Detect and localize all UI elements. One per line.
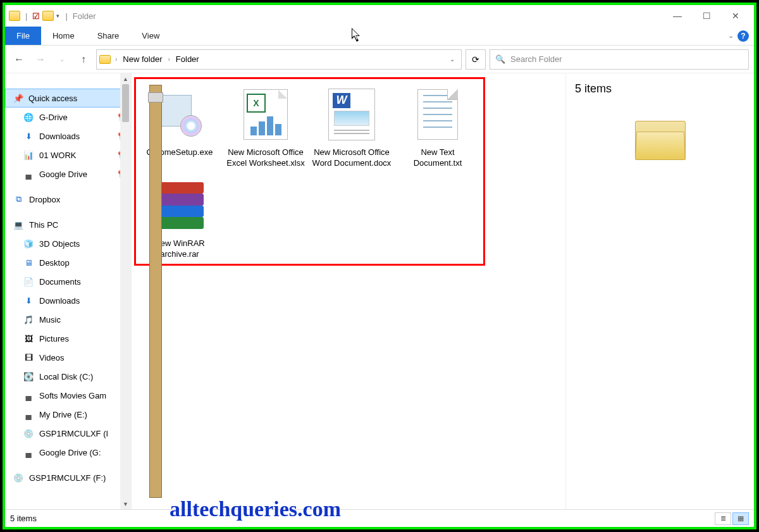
file-grid: ChromeSetup.exe X New Microsoft Office E… — [140, 83, 479, 260]
file-item-rar[interactable]: New WinRAR archive.rar — [140, 174, 219, 260]
sidebar-label: GSP1RMCULXF (I — [39, 429, 108, 438]
file-list-area[interactable]: ChromeSetup.exe X New Microsoft Office E… — [132, 73, 565, 509]
sidebar-item[interactable]: ▄Softs Movies Gam — [5, 386, 131, 405]
scroll-down-icon[interactable]: ▼ — [120, 498, 131, 509]
dvd-icon: 💿 — [13, 472, 24, 483]
titlebar: | ☑ ▾ | Folder — ☐ ✕ — [5, 5, 754, 27]
sidebar-item[interactable]: ▄My Drive (E:) — [5, 405, 131, 424]
disk-icon: 💽 — [23, 371, 34, 382]
breadcrumb-segment[interactable]: New folder — [121, 54, 163, 64]
address-history-dropdown-icon[interactable]: ⌄ — [446, 56, 459, 63]
ribbon-tab-home[interactable]: Home — [41, 27, 86, 45]
window-folder-icon — [9, 11, 20, 21]
sidebar-label: 3D Objects — [39, 239, 80, 249]
file-item-excel[interactable]: X New Microsoft Office Excel Worksheet.x… — [226, 83, 305, 169]
sidebar-label: Local Disk (C:) — [39, 372, 93, 381]
disk-icon: ▄ — [23, 409, 34, 420]
pictures-icon: 🖼 — [23, 333, 34, 344]
sidebar-label: Downloads — [39, 132, 80, 141]
ribbon-tabs: File Home Share View ⌄ ? — [5, 27, 754, 46]
address-folder-icon — [99, 55, 111, 64]
search-icon: 🔍 — [495, 54, 505, 64]
sidebar-item[interactable]: 🖼Pictures — [5, 329, 131, 348]
dropbox-icon: ⧉ — [13, 194, 24, 205]
videos-icon: 🎞 — [23, 352, 34, 363]
sidebar-item[interactable]: 💿GSP1RMCULXF (I — [5, 424, 131, 443]
forward-button[interactable]: → — [32, 51, 49, 68]
sidebar-label: Videos — [39, 353, 65, 362]
up-button[interactable]: ↑ — [75, 51, 92, 68]
sidebar-scrollbar[interactable]: ▲ ▼ — [120, 73, 131, 509]
sidebar-label: Dropbox — [29, 195, 60, 204]
sidebar-this-pc[interactable]: 💻 This PC — [5, 215, 131, 234]
back-button[interactable]: ← — [10, 51, 28, 68]
sidebar-label: Music — [39, 315, 61, 325]
sidebar-item[interactable]: ⬇ Downloads 📍 — [5, 127, 131, 145]
preview-folder-icon — [635, 121, 686, 160]
music-icon: 🎵 — [23, 314, 34, 325]
explorer-window: | ☑ ▾ | Folder — ☐ ✕ File Home Share Vie… — [5, 5, 754, 527]
qat-checkbox-icon[interactable]: ☑ — [30, 9, 42, 22]
breadcrumb-separator-icon[interactable]: › — [166, 56, 171, 63]
ribbon-tab-view[interactable]: View — [130, 27, 171, 45]
scroll-up-icon[interactable]: ▲ — [120, 73, 131, 84]
sidebar-dropbox[interactable]: ⧉ Dropbox — [5, 190, 131, 209]
ribbon-tab-share[interactable]: Share — [86, 27, 131, 45]
sidebar-item[interactable]: ⬇Downloads — [5, 291, 131, 310]
refresh-button[interactable]: ⟳ — [466, 49, 486, 70]
file-item-word[interactable]: W New Microsoft Office Word Document.doc… — [312, 83, 392, 169]
sidebar-quick-access[interactable]: 📌 Quick access — [5, 89, 131, 108]
help-icon[interactable]: ? — [737, 30, 749, 42]
sidebar-item[interactable]: 🧊3D Objects — [5, 234, 131, 253]
sidebar-item[interactable]: 🎵Music — [5, 310, 131, 329]
qat-dropdown-icon[interactable]: ▾ — [56, 13, 63, 19]
sidebar-item[interactable]: 🌐 G-Drive 📍 — [5, 108, 131, 127]
scrollbar-thumb[interactable] — [122, 84, 129, 122]
sidebar-label: GSP1RMCULXF (F:) — [29, 473, 106, 483]
sidebar-item[interactable]: 📄Documents — [5, 272, 131, 291]
qat-folder-icon[interactable] — [42, 11, 54, 21]
sidebar-item[interactable]: 🎞Videos — [5, 348, 131, 367]
sidebar-label: Downloads — [39, 296, 80, 306]
navigation-pane: 📌 Quick access 🌐 G-Drive 📍 ⬇ Downloads 📍… — [5, 73, 132, 509]
gdrive-icon: 🌐 — [23, 111, 34, 123]
file-item-txt[interactable]: New Text Document.txt — [398, 83, 478, 169]
dvd-icon: 💿 — [23, 428, 34, 439]
preview-item-count: 5 items — [575, 82, 612, 96]
ribbon-tab-file[interactable]: File — [5, 27, 41, 45]
ribbon-collapse-icon[interactable]: ⌄ — [728, 32, 734, 40]
close-button[interactable]: ✕ — [721, 6, 750, 26]
sidebar-item[interactable]: ▄Google Drive (G: — [5, 443, 131, 462]
breadcrumb-separator-icon[interactable]: › — [113, 56, 119, 63]
file-label: New Text Document.txt — [398, 147, 478, 169]
disk-icon: ▄ — [23, 447, 34, 458]
word-file-icon: W — [328, 89, 375, 140]
sidebar-item[interactable]: 📊 01 WORK 📍 — [5, 145, 131, 164]
sidebar-item[interactable]: ▄ Google Drive 📍 — [5, 164, 131, 183]
minimize-button[interactable]: — — [663, 6, 692, 26]
view-toggle: ≣ ▦ — [715, 512, 749, 525]
documents-icon: 📄 — [23, 276, 34, 287]
sidebar-label: My Drive (E:) — [39, 410, 87, 419]
desktop-icon: 🖥 — [23, 257, 34, 268]
recent-locations-button[interactable]: ⌄ — [53, 51, 71, 68]
content-pane: ChromeSetup.exe X New Microsoft Office E… — [132, 73, 754, 509]
sidebar-item[interactable]: 💽Local Disk (C:) — [5, 367, 131, 386]
preview-pane: 5 items — [565, 73, 754, 509]
breadcrumb-segment[interactable]: Folder — [175, 54, 201, 64]
downloads-icon: ⬇ — [23, 130, 34, 142]
sidebar-item[interactable]: 💿 GSP1RMCULXF (F:) — [5, 468, 131, 487]
excel-file-icon: X — [244, 89, 288, 140]
3dobjects-icon: 🧊 — [23, 238, 34, 249]
maximize-button[interactable]: ☐ — [692, 6, 721, 26]
pc-icon: 💻 — [13, 219, 24, 230]
rar-file-icon — [156, 182, 204, 229]
search-box[interactable]: 🔍 Search Folder — [490, 49, 749, 70]
icons-view-button[interactable]: ▦ — [732, 512, 749, 525]
address-bar[interactable]: › New folder › Folder ⌄ — [96, 49, 462, 70]
sidebar-item[interactable]: 🖥Desktop — [5, 253, 131, 272]
work-icon: 📊 — [23, 149, 34, 161]
details-view-button[interactable]: ≣ — [715, 512, 731, 525]
sidebar-label: This PC — [29, 220, 58, 230]
sidebar-label: Desktop — [39, 258, 70, 268]
